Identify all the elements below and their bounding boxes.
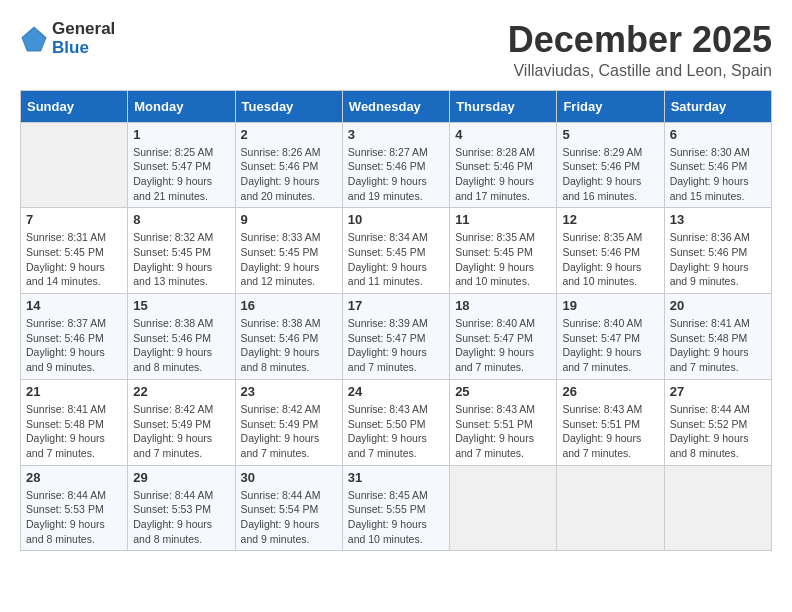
- day-info: Sunrise: 8:39 AMSunset: 5:47 PMDaylight:…: [348, 316, 444, 375]
- table-row: 30Sunrise: 8:44 AMSunset: 5:54 PMDayligh…: [235, 465, 342, 551]
- table-row: 26Sunrise: 8:43 AMSunset: 5:51 PMDayligh…: [557, 379, 664, 465]
- table-row: 4Sunrise: 8:28 AMSunset: 5:46 PMDaylight…: [450, 122, 557, 208]
- table-row: [450, 465, 557, 551]
- table-row: 13Sunrise: 8:36 AMSunset: 5:46 PMDayligh…: [664, 208, 771, 294]
- calendar-week-row: 21Sunrise: 8:41 AMSunset: 5:48 PMDayligh…: [21, 379, 772, 465]
- table-row: 20Sunrise: 8:41 AMSunset: 5:48 PMDayligh…: [664, 294, 771, 380]
- day-number: 15: [133, 298, 229, 313]
- day-info: Sunrise: 8:35 AMSunset: 5:45 PMDaylight:…: [455, 230, 551, 289]
- day-number: 17: [348, 298, 444, 313]
- day-info: Sunrise: 8:42 AMSunset: 5:49 PMDaylight:…: [241, 402, 337, 461]
- day-info: Sunrise: 8:27 AMSunset: 5:46 PMDaylight:…: [348, 145, 444, 204]
- logo: General Blue: [20, 20, 115, 57]
- day-number: 8: [133, 212, 229, 227]
- day-info: Sunrise: 8:41 AMSunset: 5:48 PMDaylight:…: [26, 402, 122, 461]
- calendar-month-year: December 2025: [508, 20, 772, 60]
- header-wednesday: Wednesday: [342, 90, 449, 122]
- day-number: 6: [670, 127, 766, 142]
- day-info: Sunrise: 8:33 AMSunset: 5:45 PMDaylight:…: [241, 230, 337, 289]
- calendar-week-row: 28Sunrise: 8:44 AMSunset: 5:53 PMDayligh…: [21, 465, 772, 551]
- day-number: 5: [562, 127, 658, 142]
- table-row: 5Sunrise: 8:29 AMSunset: 5:46 PMDaylight…: [557, 122, 664, 208]
- logo-icon: [20, 25, 48, 53]
- day-info: Sunrise: 8:38 AMSunset: 5:46 PMDaylight:…: [133, 316, 229, 375]
- day-number: 30: [241, 470, 337, 485]
- day-number: 9: [241, 212, 337, 227]
- table-row: 11Sunrise: 8:35 AMSunset: 5:45 PMDayligh…: [450, 208, 557, 294]
- day-info: Sunrise: 8:44 AMSunset: 5:53 PMDaylight:…: [133, 488, 229, 547]
- day-number: 7: [26, 212, 122, 227]
- day-number: 31: [348, 470, 444, 485]
- table-row: [664, 465, 771, 551]
- header-thursday: Thursday: [450, 90, 557, 122]
- day-info: Sunrise: 8:26 AMSunset: 5:46 PMDaylight:…: [241, 145, 337, 204]
- day-info: Sunrise: 8:43 AMSunset: 5:51 PMDaylight:…: [455, 402, 551, 461]
- day-info: Sunrise: 8:35 AMSunset: 5:46 PMDaylight:…: [562, 230, 658, 289]
- day-number: 29: [133, 470, 229, 485]
- day-info: Sunrise: 8:31 AMSunset: 5:45 PMDaylight:…: [26, 230, 122, 289]
- calendar-location: Villaviudas, Castille and Leon, Spain: [508, 62, 772, 80]
- logo-general: General: [52, 20, 115, 39]
- day-info: Sunrise: 8:32 AMSunset: 5:45 PMDaylight:…: [133, 230, 229, 289]
- table-row: [21, 122, 128, 208]
- table-row: 9Sunrise: 8:33 AMSunset: 5:45 PMDaylight…: [235, 208, 342, 294]
- table-row: 23Sunrise: 8:42 AMSunset: 5:49 PMDayligh…: [235, 379, 342, 465]
- day-number: 19: [562, 298, 658, 313]
- day-number: 13: [670, 212, 766, 227]
- day-info: Sunrise: 8:44 AMSunset: 5:54 PMDaylight:…: [241, 488, 337, 547]
- day-number: 20: [670, 298, 766, 313]
- calendar-title-area: December 2025 Villaviudas, Castille and …: [508, 20, 772, 80]
- day-info: Sunrise: 8:45 AMSunset: 5:55 PMDaylight:…: [348, 488, 444, 547]
- header-friday: Friday: [557, 90, 664, 122]
- table-row: 27Sunrise: 8:44 AMSunset: 5:52 PMDayligh…: [664, 379, 771, 465]
- table-row: 12Sunrise: 8:35 AMSunset: 5:46 PMDayligh…: [557, 208, 664, 294]
- day-number: 11: [455, 212, 551, 227]
- day-info: Sunrise: 8:37 AMSunset: 5:46 PMDaylight:…: [26, 316, 122, 375]
- day-info: Sunrise: 8:34 AMSunset: 5:45 PMDaylight:…: [348, 230, 444, 289]
- day-number: 24: [348, 384, 444, 399]
- table-row: 29Sunrise: 8:44 AMSunset: 5:53 PMDayligh…: [128, 465, 235, 551]
- day-info: Sunrise: 8:30 AMSunset: 5:46 PMDaylight:…: [670, 145, 766, 204]
- day-info: Sunrise: 8:44 AMSunset: 5:53 PMDaylight:…: [26, 488, 122, 547]
- table-row: 31Sunrise: 8:45 AMSunset: 5:55 PMDayligh…: [342, 465, 449, 551]
- day-number: 28: [26, 470, 122, 485]
- day-number: 18: [455, 298, 551, 313]
- header-tuesday: Tuesday: [235, 90, 342, 122]
- table-row: 25Sunrise: 8:43 AMSunset: 5:51 PMDayligh…: [450, 379, 557, 465]
- day-info: Sunrise: 8:42 AMSunset: 5:49 PMDaylight:…: [133, 402, 229, 461]
- day-number: 27: [670, 384, 766, 399]
- table-row: 21Sunrise: 8:41 AMSunset: 5:48 PMDayligh…: [21, 379, 128, 465]
- table-row: 17Sunrise: 8:39 AMSunset: 5:47 PMDayligh…: [342, 294, 449, 380]
- table-row: 6Sunrise: 8:30 AMSunset: 5:46 PMDaylight…: [664, 122, 771, 208]
- table-row: 7Sunrise: 8:31 AMSunset: 5:45 PMDaylight…: [21, 208, 128, 294]
- day-info: Sunrise: 8:43 AMSunset: 5:50 PMDaylight:…: [348, 402, 444, 461]
- table-row: [557, 465, 664, 551]
- table-row: 22Sunrise: 8:42 AMSunset: 5:49 PMDayligh…: [128, 379, 235, 465]
- header-monday: Monday: [128, 90, 235, 122]
- calendar-week-row: 1Sunrise: 8:25 AMSunset: 5:47 PMDaylight…: [21, 122, 772, 208]
- calendar-week-row: 7Sunrise: 8:31 AMSunset: 5:45 PMDaylight…: [21, 208, 772, 294]
- day-number: 22: [133, 384, 229, 399]
- calendar-header-row: Sunday Monday Tuesday Wednesday Thursday…: [21, 90, 772, 122]
- day-number: 10: [348, 212, 444, 227]
- day-info: Sunrise: 8:40 AMSunset: 5:47 PMDaylight:…: [562, 316, 658, 375]
- table-row: 1Sunrise: 8:25 AMSunset: 5:47 PMDaylight…: [128, 122, 235, 208]
- day-number: 25: [455, 384, 551, 399]
- day-number: 16: [241, 298, 337, 313]
- header-sunday: Sunday: [21, 90, 128, 122]
- day-info: Sunrise: 8:36 AMSunset: 5:46 PMDaylight:…: [670, 230, 766, 289]
- day-info: Sunrise: 8:38 AMSunset: 5:46 PMDaylight:…: [241, 316, 337, 375]
- day-info: Sunrise: 8:25 AMSunset: 5:47 PMDaylight:…: [133, 145, 229, 204]
- table-row: 28Sunrise: 8:44 AMSunset: 5:53 PMDayligh…: [21, 465, 128, 551]
- day-info: Sunrise: 8:40 AMSunset: 5:47 PMDaylight:…: [455, 316, 551, 375]
- day-number: 23: [241, 384, 337, 399]
- day-number: 14: [26, 298, 122, 313]
- page-header: General Blue December 2025 Villaviudas, …: [20, 20, 772, 80]
- table-row: 2Sunrise: 8:26 AMSunset: 5:46 PMDaylight…: [235, 122, 342, 208]
- table-row: 18Sunrise: 8:40 AMSunset: 5:47 PMDayligh…: [450, 294, 557, 380]
- calendar-week-row: 14Sunrise: 8:37 AMSunset: 5:46 PMDayligh…: [21, 294, 772, 380]
- day-number: 21: [26, 384, 122, 399]
- table-row: 24Sunrise: 8:43 AMSunset: 5:50 PMDayligh…: [342, 379, 449, 465]
- table-row: 10Sunrise: 8:34 AMSunset: 5:45 PMDayligh…: [342, 208, 449, 294]
- day-info: Sunrise: 8:29 AMSunset: 5:46 PMDaylight:…: [562, 145, 658, 204]
